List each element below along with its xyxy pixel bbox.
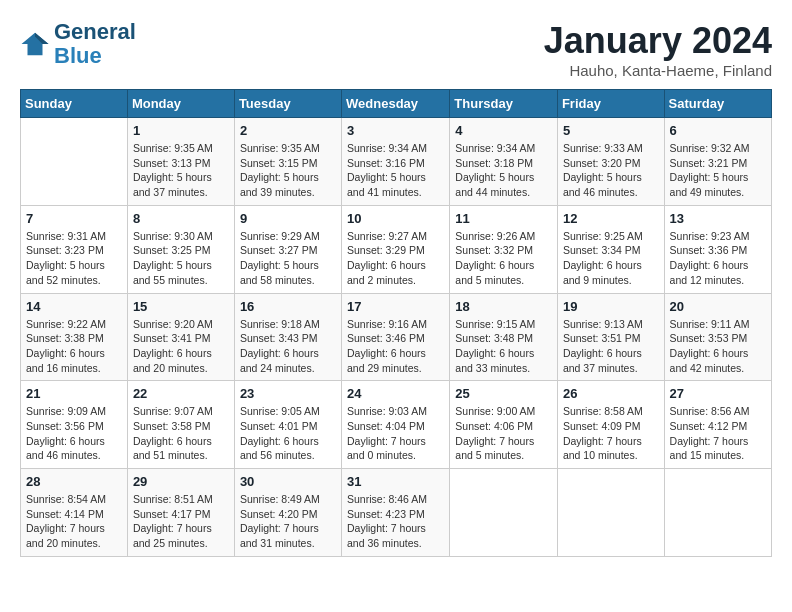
calendar-cell [664, 469, 771, 557]
day-info: Sunrise: 9:27 AM Sunset: 3:29 PM Dayligh… [347, 229, 444, 288]
day-number: 18 [455, 299, 552, 314]
day-number: 27 [670, 386, 766, 401]
header-wednesday: Wednesday [342, 90, 450, 118]
calendar-cell: 19Sunrise: 9:13 AM Sunset: 3:51 PM Dayli… [557, 293, 664, 381]
day-info: Sunrise: 9:18 AM Sunset: 3:43 PM Dayligh… [240, 317, 336, 376]
calendar-cell [557, 469, 664, 557]
day-info: Sunrise: 9:11 AM Sunset: 3:53 PM Dayligh… [670, 317, 766, 376]
calendar-cell: 15Sunrise: 9:20 AM Sunset: 3:41 PM Dayli… [127, 293, 234, 381]
day-number: 29 [133, 474, 229, 489]
day-info: Sunrise: 8:54 AM Sunset: 4:14 PM Dayligh… [26, 492, 122, 551]
day-number: 17 [347, 299, 444, 314]
day-info: Sunrise: 8:56 AM Sunset: 4:12 PM Dayligh… [670, 404, 766, 463]
calendar-cell: 17Sunrise: 9:16 AM Sunset: 3:46 PM Dayli… [342, 293, 450, 381]
day-number: 7 [26, 211, 122, 226]
day-info: Sunrise: 9:09 AM Sunset: 3:56 PM Dayligh… [26, 404, 122, 463]
calendar-header-row: SundayMondayTuesdayWednesdayThursdayFrid… [21, 90, 772, 118]
day-number: 31 [347, 474, 444, 489]
page-header: General Blue January 2024 Hauho, Kanta-H… [20, 20, 772, 79]
day-number: 5 [563, 123, 659, 138]
calendar-cell: 21Sunrise: 9:09 AM Sunset: 3:56 PM Dayli… [21, 381, 128, 469]
calendar-cell: 30Sunrise: 8:49 AM Sunset: 4:20 PM Dayli… [234, 469, 341, 557]
calendar-cell: 8Sunrise: 9:30 AM Sunset: 3:25 PM Daylig… [127, 205, 234, 293]
day-info: Sunrise: 9:35 AM Sunset: 3:15 PM Dayligh… [240, 141, 336, 200]
month-title: January 2024 [544, 20, 772, 62]
calendar-cell [21, 118, 128, 206]
week-row-3: 21Sunrise: 9:09 AM Sunset: 3:56 PM Dayli… [21, 381, 772, 469]
calendar-cell: 3Sunrise: 9:34 AM Sunset: 3:16 PM Daylig… [342, 118, 450, 206]
logo-icon [20, 29, 50, 59]
calendar-cell: 2Sunrise: 9:35 AM Sunset: 3:15 PM Daylig… [234, 118, 341, 206]
day-info: Sunrise: 9:05 AM Sunset: 4:01 PM Dayligh… [240, 404, 336, 463]
calendar-cell: 1Sunrise: 9:35 AM Sunset: 3:13 PM Daylig… [127, 118, 234, 206]
day-info: Sunrise: 9:35 AM Sunset: 3:13 PM Dayligh… [133, 141, 229, 200]
logo: General Blue [20, 20, 136, 68]
day-number: 19 [563, 299, 659, 314]
day-info: Sunrise: 9:33 AM Sunset: 3:20 PM Dayligh… [563, 141, 659, 200]
day-info: Sunrise: 8:49 AM Sunset: 4:20 PM Dayligh… [240, 492, 336, 551]
day-info: Sunrise: 9:22 AM Sunset: 3:38 PM Dayligh… [26, 317, 122, 376]
day-number: 16 [240, 299, 336, 314]
calendar-cell: 12Sunrise: 9:25 AM Sunset: 3:34 PM Dayli… [557, 205, 664, 293]
calendar-cell: 24Sunrise: 9:03 AM Sunset: 4:04 PM Dayli… [342, 381, 450, 469]
day-info: Sunrise: 9:07 AM Sunset: 3:58 PM Dayligh… [133, 404, 229, 463]
day-number: 10 [347, 211, 444, 226]
day-info: Sunrise: 9:34 AM Sunset: 3:16 PM Dayligh… [347, 141, 444, 200]
calendar-cell: 13Sunrise: 9:23 AM Sunset: 3:36 PM Dayli… [664, 205, 771, 293]
week-row-4: 28Sunrise: 8:54 AM Sunset: 4:14 PM Dayli… [21, 469, 772, 557]
day-info: Sunrise: 9:26 AM Sunset: 3:32 PM Dayligh… [455, 229, 552, 288]
week-row-0: 1Sunrise: 9:35 AM Sunset: 3:13 PM Daylig… [21, 118, 772, 206]
calendar-cell: 6Sunrise: 9:32 AM Sunset: 3:21 PM Daylig… [664, 118, 771, 206]
calendar-cell: 10Sunrise: 9:27 AM Sunset: 3:29 PM Dayli… [342, 205, 450, 293]
week-row-1: 7Sunrise: 9:31 AM Sunset: 3:23 PM Daylig… [21, 205, 772, 293]
day-info: Sunrise: 9:16 AM Sunset: 3:46 PM Dayligh… [347, 317, 444, 376]
day-number: 22 [133, 386, 229, 401]
day-number: 24 [347, 386, 444, 401]
header-monday: Monday [127, 90, 234, 118]
day-info: Sunrise: 9:15 AM Sunset: 3:48 PM Dayligh… [455, 317, 552, 376]
header-saturday: Saturday [664, 90, 771, 118]
calendar-cell: 28Sunrise: 8:54 AM Sunset: 4:14 PM Dayli… [21, 469, 128, 557]
calendar-cell: 11Sunrise: 9:26 AM Sunset: 3:32 PM Dayli… [450, 205, 558, 293]
calendar-cell: 29Sunrise: 8:51 AM Sunset: 4:17 PM Dayli… [127, 469, 234, 557]
day-number: 3 [347, 123, 444, 138]
day-number: 25 [455, 386, 552, 401]
header-thursday: Thursday [450, 90, 558, 118]
day-number: 8 [133, 211, 229, 226]
calendar-cell: 18Sunrise: 9:15 AM Sunset: 3:48 PM Dayli… [450, 293, 558, 381]
calendar-cell: 7Sunrise: 9:31 AM Sunset: 3:23 PM Daylig… [21, 205, 128, 293]
calendar-cell: 16Sunrise: 9:18 AM Sunset: 3:43 PM Dayli… [234, 293, 341, 381]
day-number: 9 [240, 211, 336, 226]
day-info: Sunrise: 8:58 AM Sunset: 4:09 PM Dayligh… [563, 404, 659, 463]
day-number: 6 [670, 123, 766, 138]
day-number: 30 [240, 474, 336, 489]
calendar-cell: 22Sunrise: 9:07 AM Sunset: 3:58 PM Dayli… [127, 381, 234, 469]
calendar-cell: 31Sunrise: 8:46 AM Sunset: 4:23 PM Dayli… [342, 469, 450, 557]
day-info: Sunrise: 9:25 AM Sunset: 3:34 PM Dayligh… [563, 229, 659, 288]
location-subtitle: Hauho, Kanta-Haeme, Finland [544, 62, 772, 79]
calendar-cell: 25Sunrise: 9:00 AM Sunset: 4:06 PM Dayli… [450, 381, 558, 469]
day-info: Sunrise: 9:00 AM Sunset: 4:06 PM Dayligh… [455, 404, 552, 463]
calendar-cell: 26Sunrise: 8:58 AM Sunset: 4:09 PM Dayli… [557, 381, 664, 469]
day-info: Sunrise: 9:32 AM Sunset: 3:21 PM Dayligh… [670, 141, 766, 200]
calendar-cell: 23Sunrise: 9:05 AM Sunset: 4:01 PM Dayli… [234, 381, 341, 469]
calendar-table: SundayMondayTuesdayWednesdayThursdayFrid… [20, 89, 772, 557]
title-section: January 2024 Hauho, Kanta-Haeme, Finland [544, 20, 772, 79]
day-number: 28 [26, 474, 122, 489]
day-number: 11 [455, 211, 552, 226]
calendar-cell: 9Sunrise: 9:29 AM Sunset: 3:27 PM Daylig… [234, 205, 341, 293]
calendar-cell: 27Sunrise: 8:56 AM Sunset: 4:12 PM Dayli… [664, 381, 771, 469]
day-info: Sunrise: 9:34 AM Sunset: 3:18 PM Dayligh… [455, 141, 552, 200]
day-info: Sunrise: 9:20 AM Sunset: 3:41 PM Dayligh… [133, 317, 229, 376]
day-number: 15 [133, 299, 229, 314]
day-info: Sunrise: 9:03 AM Sunset: 4:04 PM Dayligh… [347, 404, 444, 463]
day-number: 26 [563, 386, 659, 401]
week-row-2: 14Sunrise: 9:22 AM Sunset: 3:38 PM Dayli… [21, 293, 772, 381]
day-info: Sunrise: 8:46 AM Sunset: 4:23 PM Dayligh… [347, 492, 444, 551]
calendar-cell: 20Sunrise: 9:11 AM Sunset: 3:53 PM Dayli… [664, 293, 771, 381]
day-info: Sunrise: 9:13 AM Sunset: 3:51 PM Dayligh… [563, 317, 659, 376]
header-sunday: Sunday [21, 90, 128, 118]
day-number: 13 [670, 211, 766, 226]
logo-text: General Blue [54, 20, 136, 68]
day-info: Sunrise: 9:31 AM Sunset: 3:23 PM Dayligh… [26, 229, 122, 288]
